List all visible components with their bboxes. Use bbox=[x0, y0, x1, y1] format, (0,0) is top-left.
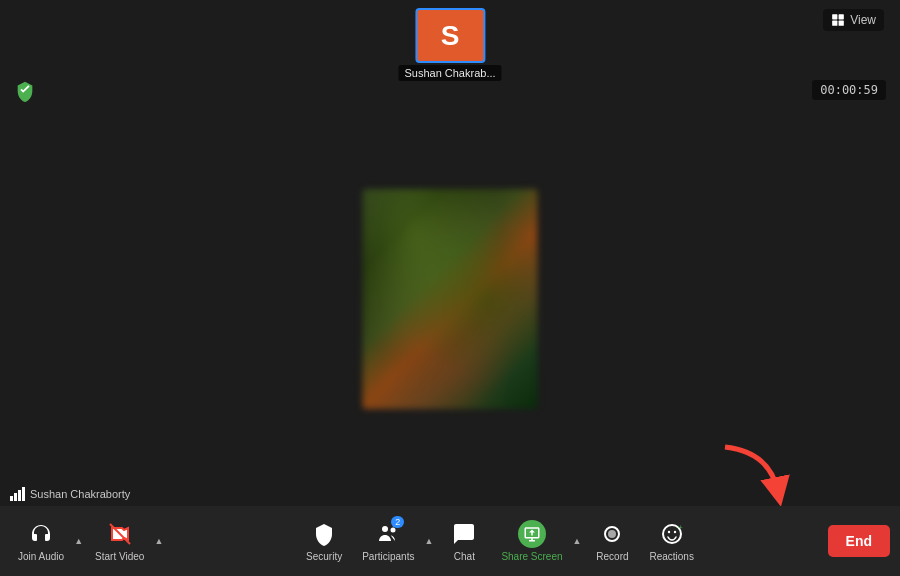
share-screen-label: Share Screen bbox=[501, 551, 562, 562]
chat-label: Chat bbox=[454, 551, 475, 562]
chat-button[interactable]: Chat bbox=[439, 516, 489, 566]
security-icon-area bbox=[312, 520, 336, 548]
security-icon bbox=[312, 522, 336, 546]
join-audio-label: Join Audio bbox=[18, 551, 64, 562]
participants-icon-area: 2 bbox=[376, 520, 400, 548]
participants-label: Participants bbox=[362, 551, 414, 562]
start-video-chevron[interactable]: ▲ bbox=[152, 527, 165, 555]
participants-button[interactable]: 2 Participants bbox=[354, 516, 422, 566]
signal-icon bbox=[10, 487, 25, 501]
participants-chevron[interactable]: ▲ bbox=[422, 527, 435, 555]
join-audio-icon-area bbox=[29, 520, 53, 548]
svg-point-9 bbox=[608, 530, 616, 538]
arrow-indicator bbox=[710, 432, 790, 516]
shield-icon bbox=[14, 80, 36, 102]
view-label: View bbox=[850, 13, 876, 27]
reactions-button[interactable]: + Reactions bbox=[641, 516, 701, 566]
join-audio-button[interactable]: Join Audio bbox=[10, 516, 72, 566]
toolbar-center: Security 2 Participants bbox=[210, 516, 790, 566]
share-screen-chevron[interactable]: ▲ bbox=[571, 527, 584, 555]
main-video-feed bbox=[363, 189, 538, 409]
toolbar: Join Audio ▲ Start Video ▲ bbox=[0, 506, 900, 576]
security-badge bbox=[14, 80, 36, 102]
chat-icon-area bbox=[452, 520, 476, 548]
participants-badge: 2 bbox=[391, 516, 404, 528]
start-video-group: Start Video ▲ bbox=[87, 516, 165, 566]
svg-point-6 bbox=[382, 526, 388, 532]
security-label: Security bbox=[306, 551, 342, 562]
share-screen-button[interactable]: Share Screen bbox=[493, 516, 570, 566]
video-camera-icon bbox=[108, 522, 132, 546]
share-screen-icon-bg bbox=[518, 520, 546, 548]
reactions-icon: + bbox=[660, 522, 684, 546]
view-icon bbox=[831, 13, 845, 27]
svg-rect-3 bbox=[839, 21, 844, 26]
start-video-label: Start Video bbox=[95, 551, 144, 562]
chat-icon bbox=[452, 522, 476, 546]
record-icon bbox=[600, 522, 624, 546]
share-screen-icon bbox=[523, 525, 541, 543]
join-audio-chevron[interactable]: ▲ bbox=[72, 527, 85, 555]
svg-rect-2 bbox=[832, 21, 837, 26]
end-button[interactable]: End bbox=[828, 525, 890, 557]
svg-point-12 bbox=[673, 531, 675, 533]
headphones-icon bbox=[29, 522, 53, 546]
toolbar-right: End bbox=[790, 525, 890, 557]
join-audio-group: Join Audio ▲ bbox=[10, 516, 85, 566]
share-screen-group: Share Screen ▲ bbox=[493, 516, 583, 566]
reactions-icon-area: + bbox=[660, 520, 684, 548]
record-label: Record bbox=[596, 551, 628, 562]
start-video-button[interactable]: Start Video bbox=[87, 516, 152, 566]
toolbar-left: Join Audio ▲ Start Video ▲ bbox=[10, 516, 210, 566]
participant-thumbnail[interactable]: S Sushan Chakrab... bbox=[398, 8, 501, 81]
start-video-icon-area bbox=[108, 520, 132, 548]
arrow-icon bbox=[710, 432, 790, 512]
main-video-area: View 00:00:59 S Sushan Chakrab... bbox=[0, 0, 900, 576]
participant-name: Sushan Chakrab... bbox=[398, 65, 501, 81]
participants-group: 2 Participants ▲ bbox=[354, 516, 435, 566]
svg-point-7 bbox=[391, 528, 396, 533]
record-icon-area bbox=[600, 520, 624, 548]
svg-rect-1 bbox=[839, 14, 844, 19]
share-screen-icon-area bbox=[518, 520, 546, 548]
security-button[interactable]: Security bbox=[298, 516, 350, 566]
svg-point-11 bbox=[667, 531, 669, 533]
meeting-timer: 00:00:59 bbox=[812, 80, 886, 100]
user-name-badge: Sushan Chakraborty bbox=[10, 487, 130, 501]
svg-text:+: + bbox=[678, 523, 683, 532]
svg-rect-0 bbox=[832, 14, 837, 19]
view-button[interactable]: View bbox=[823, 9, 884, 31]
participant-avatar: S bbox=[415, 8, 485, 63]
user-name: Sushan Chakraborty bbox=[30, 488, 130, 500]
reactions-label: Reactions bbox=[649, 551, 693, 562]
record-button[interactable]: Record bbox=[587, 516, 637, 566]
